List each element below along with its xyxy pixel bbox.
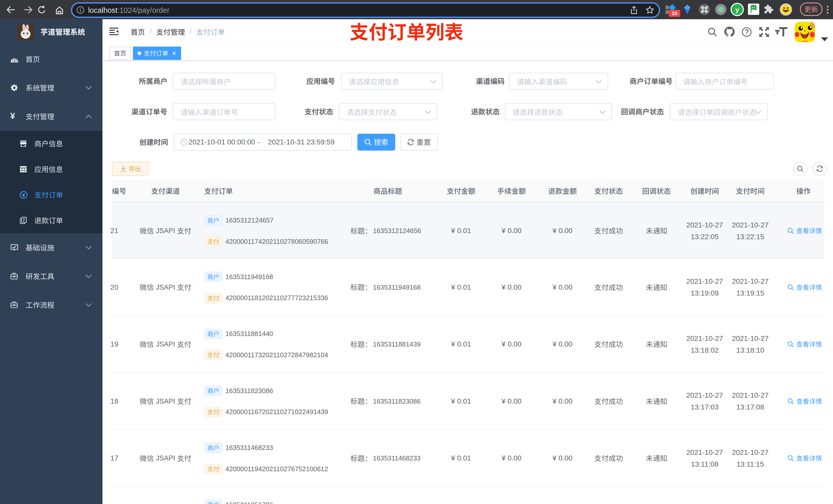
svg-text:y: y <box>735 6 739 14</box>
